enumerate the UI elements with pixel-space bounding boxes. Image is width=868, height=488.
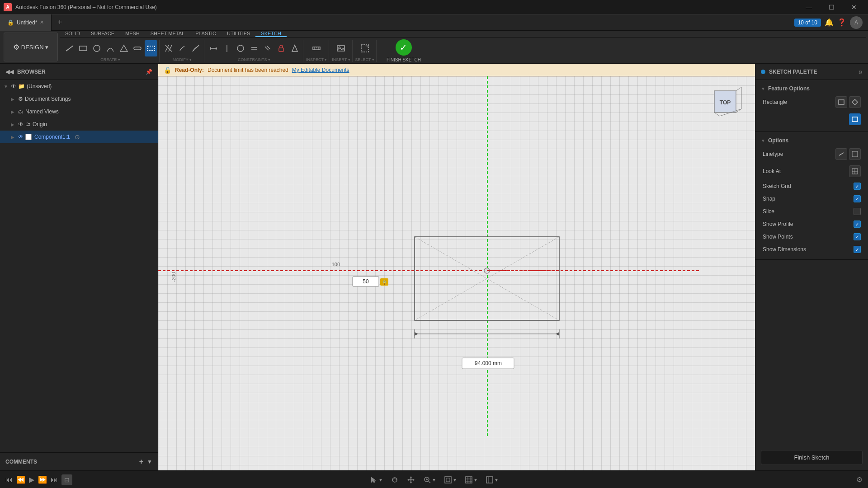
add-comment-icon[interactable]: + bbox=[139, 458, 143, 466]
insert-image-button[interactable] bbox=[335, 40, 347, 56]
expand-arrow-doc: ▶ bbox=[11, 97, 16, 102]
tab-close-button[interactable]: ✕ bbox=[40, 19, 44, 25]
skip-start-button[interactable]: ⏮ bbox=[5, 476, 13, 484]
browser-item-named-views[interactable]: ▶ 🗂 Named Views bbox=[0, 105, 158, 118]
horizontal-constraint-button[interactable] bbox=[207, 40, 220, 56]
help-icon[interactable]: ❓ bbox=[837, 18, 846, 27]
skip-end-button[interactable]: ⏭ bbox=[51, 476, 58, 484]
sketch-svg: -100 -200 94.000 mm 50 🔒 bbox=[158, 76, 755, 470]
orbit-tool-button[interactable] bbox=[387, 474, 402, 486]
collapse-icon[interactable]: ◀◀ bbox=[5, 69, 14, 75]
rectangle-type-2-button[interactable] bbox=[849, 96, 861, 108]
rectangle-tool-button[interactable] bbox=[77, 40, 90, 56]
look-at-button[interactable] bbox=[849, 165, 861, 177]
editable-docs-link[interactable]: My Editable Documents bbox=[292, 67, 349, 73]
design-button[interactable]: ⚙ DESIGN ▾ bbox=[4, 33, 58, 61]
close-button[interactable]: ✕ bbox=[844, 0, 864, 14]
show-points-checkbox[interactable]: ✓ bbox=[854, 233, 861, 240]
options-toggle[interactable]: ▼ Options bbox=[755, 136, 868, 145]
arc-tool-button[interactable] bbox=[104, 40, 117, 56]
active-rect-tool-button[interactable] bbox=[145, 40, 157, 56]
tab-utilities[interactable]: UTILITIES bbox=[222, 31, 255, 37]
browser-item-origin[interactable]: ▶ 👁 🗂 Origin bbox=[0, 118, 158, 131]
notification-icon[interactable]: 🔔 bbox=[825, 18, 834, 27]
active-rect-option[interactable] bbox=[849, 113, 861, 125]
linetype-label: Linetype bbox=[763, 151, 832, 157]
finish-sketch-button[interactable]: ✓ FINISH SKETCH bbox=[381, 38, 426, 63]
minimize-button[interactable]: — bbox=[798, 0, 819, 14]
feature-options-label: Feature Options bbox=[768, 85, 810, 92]
circle-tool-button[interactable] bbox=[90, 40, 103, 56]
step-forward-button[interactable]: ⏩ bbox=[38, 475, 47, 484]
tab-surface[interactable]: SURFACE bbox=[85, 31, 120, 37]
step-back-button[interactable]: ⏪ bbox=[16, 475, 25, 484]
measure-button[interactable] bbox=[310, 40, 323, 56]
view-cube[interactable]: TOP bbox=[710, 86, 746, 122]
lock-constraint-button[interactable] bbox=[275, 40, 288, 56]
offset-button[interactable] bbox=[189, 40, 202, 56]
triangle-tool-button[interactable] bbox=[118, 40, 130, 56]
sketch-grid-checkbox[interactable]: ✓ bbox=[854, 183, 861, 190]
titlebar: A Autodesk Fusion 360 (Personal – Not fo… bbox=[0, 0, 868, 14]
select-button[interactable] bbox=[359, 40, 371, 56]
pan-tool-button[interactable] bbox=[404, 474, 418, 486]
svg-rect-71 bbox=[446, 478, 450, 482]
maximize-button[interactable]: ☐ bbox=[821, 0, 842, 14]
slice-checkbox[interactable] bbox=[854, 208, 861, 215]
finish-sketch-palette-button[interactable]: Finish Sketch bbox=[761, 450, 863, 465]
tab-sheet-metal[interactable]: SHEET METAL bbox=[145, 31, 190, 37]
collapse-comments-icon[interactable]: ▼ bbox=[147, 459, 152, 465]
svg-marker-54 bbox=[852, 99, 858, 105]
pin-button[interactable]: 📌 bbox=[146, 69, 152, 75]
palette-collapse-button[interactable]: » bbox=[859, 68, 863, 76]
play-button[interactable]: ▶ bbox=[29, 475, 34, 484]
tab-untitled[interactable]: 🔒 Untitled* ✕ bbox=[0, 14, 52, 31]
timeline-icon[interactable]: ⊟ bbox=[61, 474, 72, 485]
linetype-btn1[interactable] bbox=[835, 148, 847, 160]
parallel-constraint-button[interactable] bbox=[261, 40, 274, 56]
browser-item-unsaved[interactable]: ▼ 👁 📁 (Unsaved) bbox=[0, 80, 158, 93]
tab-sketch[interactable]: SKETCH bbox=[255, 31, 287, 37]
new-tab-button[interactable]: + bbox=[52, 14, 68, 31]
svg-marker-63 bbox=[410, 482, 412, 483]
app-icon: A bbox=[4, 3, 12, 11]
equal-constraint-button[interactable] bbox=[248, 40, 260, 56]
extend-button[interactable] bbox=[176, 40, 189, 56]
eye-icon-unsaved: 👁 bbox=[11, 83, 16, 89]
vertical-constraint-button[interactable] bbox=[221, 40, 233, 56]
grid-tool-button[interactable]: ▾ bbox=[462, 474, 481, 486]
tab-mesh[interactable]: MESH bbox=[120, 31, 145, 37]
browser-label-component: Component1:1 bbox=[34, 134, 70, 140]
tab-plastic[interactable]: PLASTIC bbox=[190, 31, 222, 37]
show-points-label: Show Points bbox=[763, 234, 850, 240]
svg-line-67 bbox=[429, 481, 430, 483]
snap-checkbox[interactable]: ✓ bbox=[854, 195, 861, 202]
expand-arrow-origin: ▶ bbox=[11, 122, 16, 127]
browser-item-doc-settings[interactable]: ▶ ⚙ Document Settings bbox=[0, 93, 158, 105]
feature-options-toggle[interactable]: ▼ Feature Options bbox=[755, 84, 868, 94]
doc-count-badge[interactable]: 10 of 10 bbox=[794, 19, 821, 27]
slot-tool-button[interactable] bbox=[131, 40, 144, 56]
rectangle-type-1-button[interactable] bbox=[835, 96, 847, 108]
linetype-btn2[interactable] bbox=[849, 148, 861, 160]
display-tool-button[interactable]: ▾ bbox=[441, 474, 460, 486]
svg-line-48 bbox=[736, 87, 741, 91]
line-tool-button[interactable] bbox=[63, 40, 76, 56]
viewport[interactable]: 🔒 Read-Only: Document limit has been rea… bbox=[158, 64, 755, 470]
browser-item-component[interactable]: ▶ 👁 Component1:1 ⊙ bbox=[0, 131, 158, 143]
tab-solid[interactable]: SOLID bbox=[60, 31, 85, 37]
show-profile-checkbox[interactable]: ✓ bbox=[854, 221, 861, 228]
svg-marker-37 bbox=[415, 332, 418, 336]
trim-button[interactable] bbox=[162, 40, 175, 56]
dimension-button[interactable] bbox=[288, 40, 301, 56]
circle-sketch-button[interactable] bbox=[234, 40, 247, 56]
comments-section[interactable]: COMMENTS + ▼ bbox=[0, 452, 158, 470]
view-tool-button[interactable]: ▾ bbox=[482, 474, 501, 486]
design-label: DESIGN ▾ bbox=[21, 44, 48, 51]
settings-button[interactable]: ⚙ bbox=[856, 475, 863, 484]
svg-text:94.000 mm: 94.000 mm bbox=[475, 360, 502, 366]
avatar[interactable]: A bbox=[850, 16, 863, 29]
zoom-tool-button[interactable]: ▾ bbox=[420, 474, 439, 486]
show-dimensions-checkbox[interactable]: ✓ bbox=[854, 246, 861, 253]
cursor-tool-button[interactable]: ▾ bbox=[367, 474, 386, 486]
